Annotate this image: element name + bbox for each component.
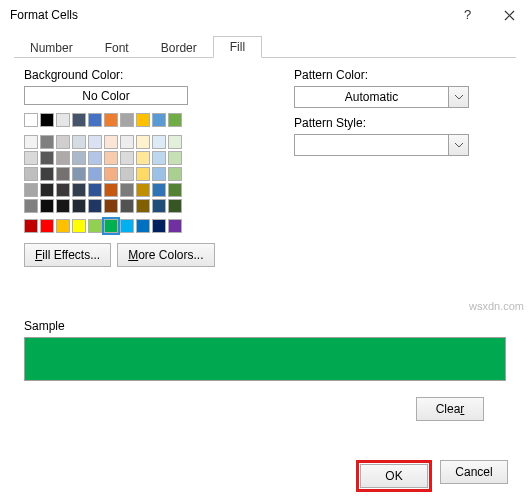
color-swatch[interactable] — [24, 167, 38, 181]
color-swatch[interactable] — [88, 167, 102, 181]
color-swatch[interactable] — [24, 135, 38, 149]
color-swatch[interactable] — [136, 183, 150, 197]
color-swatch[interactable] — [40, 183, 54, 197]
color-swatch[interactable] — [152, 151, 166, 165]
color-swatch[interactable] — [88, 183, 102, 197]
watermark: wsxdn.com — [469, 300, 524, 312]
pattern-style-label: Pattern Style: — [294, 116, 506, 130]
color-swatch[interactable] — [168, 199, 182, 213]
theme-colors — [24, 113, 254, 213]
close-button[interactable] — [488, 0, 530, 30]
color-swatch[interactable] — [136, 219, 150, 233]
color-swatch[interactable] — [152, 113, 166, 127]
color-swatch[interactable] — [104, 199, 118, 213]
pattern-color-value: Automatic — [295, 90, 448, 104]
color-swatch[interactable] — [24, 151, 38, 165]
color-swatch[interactable] — [136, 199, 150, 213]
color-swatch[interactable] — [56, 167, 70, 181]
color-swatch[interactable] — [40, 113, 54, 127]
color-swatch[interactable] — [56, 183, 70, 197]
color-swatch[interactable] — [168, 183, 182, 197]
pattern-style-dropdown[interactable] — [294, 134, 469, 156]
color-swatch[interactable] — [56, 151, 70, 165]
color-swatch[interactable] — [24, 199, 38, 213]
color-swatch[interactable] — [56, 113, 70, 127]
color-swatch[interactable] — [104, 135, 118, 149]
clear-button[interactable]: Clear — [416, 397, 484, 421]
ok-text: OK — [385, 469, 402, 483]
more-colors-button[interactable]: More Colors... — [117, 243, 214, 267]
color-swatch[interactable] — [120, 113, 134, 127]
color-swatch[interactable] — [56, 199, 70, 213]
no-color-text: No Color — [82, 89, 129, 103]
color-swatch[interactable] — [72, 183, 86, 197]
color-swatch[interactable] — [88, 135, 102, 149]
pattern-color-dropdown[interactable]: Automatic — [294, 86, 469, 108]
color-swatch[interactable] — [104, 219, 118, 233]
color-swatch[interactable] — [88, 219, 102, 233]
color-swatch[interactable] — [40, 199, 54, 213]
chevron-down-icon — [448, 87, 468, 107]
color-swatch[interactable] — [136, 135, 150, 149]
tab-border[interactable]: Border — [145, 38, 213, 58]
color-swatch[interactable] — [152, 219, 166, 233]
color-swatch[interactable] — [168, 151, 182, 165]
help-button[interactable]: ? — [446, 0, 488, 30]
color-swatch[interactable] — [120, 219, 134, 233]
color-swatch[interactable] — [56, 135, 70, 149]
tab-fill[interactable]: Fill — [213, 36, 262, 58]
color-swatch[interactable] — [72, 135, 86, 149]
color-swatch[interactable] — [168, 219, 182, 233]
fill-effects-text: Fill Effects... — [35, 248, 100, 262]
color-swatch[interactable] — [136, 167, 150, 181]
color-swatch[interactable] — [120, 183, 134, 197]
fill-effects-button[interactable]: Fill Effects... — [24, 243, 111, 267]
clear-text: Clear — [436, 402, 465, 416]
sample-label: Sample — [24, 319, 506, 333]
color-swatch[interactable] — [104, 167, 118, 181]
pattern-section: Pattern Color: Automatic Pattern Style: — [254, 68, 506, 267]
color-swatch[interactable] — [120, 167, 134, 181]
color-swatch[interactable] — [104, 113, 118, 127]
color-swatch[interactable] — [56, 219, 70, 233]
ok-button[interactable]: OK — [360, 464, 428, 488]
color-swatch[interactable] — [104, 183, 118, 197]
format-cells-dialog: Format Cells ? Number Font Border Fill B… — [0, 0, 530, 500]
cancel-button[interactable]: Cancel — [440, 460, 508, 484]
color-swatch[interactable] — [168, 113, 182, 127]
color-swatch[interactable] — [40, 151, 54, 165]
color-swatch[interactable] — [24, 183, 38, 197]
tab-font[interactable]: Font — [89, 38, 145, 58]
color-swatch[interactable] — [24, 219, 38, 233]
color-swatch[interactable] — [104, 151, 118, 165]
color-swatch[interactable] — [24, 113, 38, 127]
color-swatch[interactable] — [152, 199, 166, 213]
tab-content-fill: Background Color: No Color Fill Effects.… — [0, 58, 530, 454]
window-title: Format Cells — [10, 8, 446, 22]
color-swatch[interactable] — [88, 113, 102, 127]
titlebar: Format Cells ? — [0, 0, 530, 30]
color-swatch[interactable] — [72, 167, 86, 181]
dialog-buttons: OK Cancel — [0, 454, 530, 500]
color-swatch[interactable] — [72, 219, 86, 233]
no-color-button[interactable]: No Color — [24, 86, 188, 105]
color-swatch[interactable] — [40, 219, 54, 233]
color-swatch[interactable] — [136, 151, 150, 165]
color-swatch[interactable] — [72, 199, 86, 213]
color-swatch[interactable] — [136, 113, 150, 127]
color-swatch[interactable] — [40, 135, 54, 149]
color-swatch[interactable] — [120, 151, 134, 165]
color-swatch[interactable] — [168, 135, 182, 149]
color-swatch[interactable] — [152, 183, 166, 197]
color-swatch[interactable] — [88, 199, 102, 213]
color-swatch[interactable] — [152, 167, 166, 181]
tab-number[interactable]: Number — [14, 38, 89, 58]
color-swatch[interactable] — [120, 199, 134, 213]
color-swatch[interactable] — [72, 113, 86, 127]
color-swatch[interactable] — [72, 151, 86, 165]
color-swatch[interactable] — [120, 135, 134, 149]
color-swatch[interactable] — [88, 151, 102, 165]
color-swatch[interactable] — [152, 135, 166, 149]
color-swatch[interactable] — [168, 167, 182, 181]
color-swatch[interactable] — [40, 167, 54, 181]
